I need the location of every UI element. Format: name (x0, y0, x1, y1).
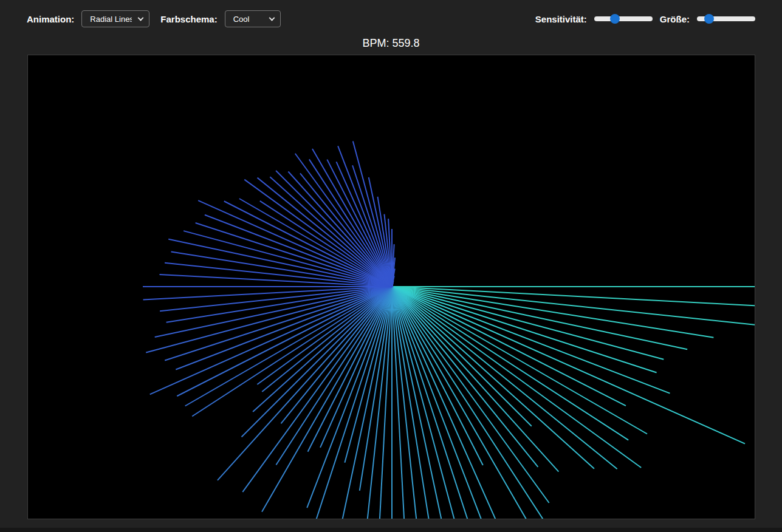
sensitivity-slider-thumb[interactable] (610, 14, 620, 24)
sensitivity-slider[interactable] (594, 14, 653, 24)
toolbar: Animation: Radial Lines Farbschema: Cool… (0, 0, 782, 28)
sensitivity-slider-track[interactable] (594, 16, 653, 21)
size-slider-thumb[interactable] (704, 14, 714, 24)
size-label: Größe: (660, 14, 690, 24)
visualizer-canvas (27, 55, 755, 519)
size-slider[interactable] (697, 14, 755, 24)
animation-label: Animation: (27, 14, 74, 24)
colorscheme-label: Farbschema: (160, 14, 217, 24)
animation-select-wrap: Radial Lines (81, 10, 149, 27)
sensitivity-label: Sensitivität: (535, 14, 587, 24)
colorscheme-select[interactable]: Cool (225, 10, 281, 27)
colorscheme-select-wrap: Cool (225, 10, 281, 27)
animation-select[interactable]: Radial Lines (81, 10, 149, 27)
bottom-strip (0, 528, 782, 532)
bpm-display: BPM: 559.8 (0, 36, 782, 50)
